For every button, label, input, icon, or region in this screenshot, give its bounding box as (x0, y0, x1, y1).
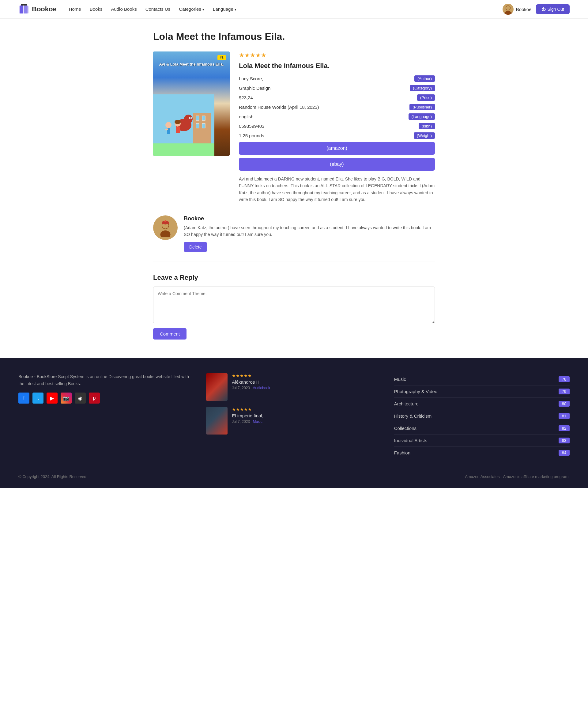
nav-audiobooks[interactable]: Audio Books (111, 6, 137, 11)
book-title-detail: Lola Meet the Infamous Eila. (239, 62, 435, 70)
svg-point-5 (505, 11, 512, 15)
footer-about-text: Bookoe - BookStore Script System is an o… (18, 373, 194, 387)
comment-input[interactable] (153, 286, 435, 323)
comment-text: (Adam Katz, the author) have seen throug… (184, 224, 435, 238)
cover-badge: #3 (217, 55, 226, 60)
footer-categories: Music 78 Photography & Video 79 Architec… (394, 373, 570, 459)
footer: Bookoe - BookStore Script System is an o… (0, 358, 588, 488)
nav-language[interactable]: Language ▾ (213, 6, 237, 11)
nav-home[interactable]: Home (69, 6, 81, 11)
svg-rect-2 (24, 5, 28, 14)
svg-rect-29 (162, 222, 169, 224)
svg-point-17 (190, 117, 191, 119)
category-collections[interactable]: Collections 82 (394, 422, 570, 434)
comment-username: Bookoe (184, 215, 435, 222)
nav-right: Bookoe ⏻ Sign Out (503, 4, 570, 15)
footer-about: Bookoe - BookStore Script System is an o… (18, 373, 194, 459)
reply-section: Leave a Reply Comment (153, 274, 435, 339)
svg-point-23 (175, 120, 181, 124)
book-detail: #3 Avi & Lola Meet the Infamous Eila. (153, 51, 435, 203)
delete-button[interactable]: Delete (184, 242, 207, 252)
footer-book-info-2: ★★★★★ El imperio final, Jul 7, 2023 Musi… (232, 407, 263, 424)
page-title: Lola Meet the Infamous Eila. (153, 31, 435, 42)
navbar: Bookoe Home Books Audio Books Contacts U… (0, 0, 588, 19)
svg-point-6 (506, 6, 510, 10)
meta-isbn: 0593599403 (Isbn) (239, 123, 435, 129)
comment-avatar (153, 215, 178, 240)
meta-author: Lucy Score, (Author) (239, 75, 435, 82)
svg-rect-1 (20, 5, 23, 14)
category-individual-artists[interactable]: Individual Artists 83 (394, 434, 570, 447)
signout-icon: ⏻ (541, 7, 546, 11)
categories-dropdown-arrow: ▾ (202, 8, 204, 11)
svg-rect-10 (196, 116, 199, 120)
comment-content: Bookoe (Adam Katz, the author) have seen… (184, 215, 435, 252)
language-dropdown-arrow: ▾ (235, 8, 237, 11)
svg-rect-11 (202, 116, 205, 120)
main-content: Lola Meet the Infamous Eila. #3 Avi & Lo… (147, 19, 441, 358)
footer-bottom: © Copyright 2024. All Rights Reserved Am… (18, 468, 570, 479)
brand-logo[interactable]: Bookoe (18, 4, 57, 15)
footer-book-item-2: ★★★★★ El imperio final, Jul 7, 2023 Musi… (206, 407, 382, 434)
category-photography[interactable]: Photography & Video 79 (394, 385, 570, 398)
svg-point-18 (165, 122, 172, 128)
footer-recent-books: ★★★★★ Aléxandros II Jul 7, 2023 Audioboo… (206, 373, 382, 459)
cover-title: Avi & Lola Meet the Infamous Eila. (159, 62, 224, 67)
meta-category: Graphic Design (Category) (239, 85, 435, 91)
copyright-text: © Copyright 2024. All Rights Reserved (18, 474, 87, 479)
nav-user: Bookoe (503, 4, 532, 15)
comment-button[interactable]: Comment (153, 328, 187, 339)
footer-book-item: ★★★★★ Aléxandros II Jul 7, 2023 Audioboo… (206, 373, 382, 401)
facebook-icon[interactable]: f (18, 393, 29, 404)
instagram-icon[interactable]: 📷 (60, 393, 72, 404)
svg-rect-13 (202, 123, 205, 128)
meta-weight: 1,25 pounds (Weight) (239, 133, 435, 139)
affiliate-text: Amazon Associates - Amazon's affiliate m… (465, 474, 570, 479)
book-thumbnail-1 (206, 373, 227, 401)
meta-price: $23,24 (Price) (239, 94, 435, 101)
nav-contacts[interactable]: Contacts Us (145, 6, 171, 11)
category-fashion[interactable]: Fashion 84 (394, 447, 570, 459)
svg-point-30 (165, 220, 166, 222)
github-icon[interactable]: ◉ (75, 393, 86, 404)
nav-links: Home Books Audio Books Contacts Us Categ… (69, 6, 503, 12)
svg-point-15 (184, 115, 193, 123)
comment-block: Bookoe (Adam Katz, the author) have seen… (153, 215, 435, 262)
svg-rect-8 (153, 143, 214, 156)
book-stars-1: ★★★★★ (232, 373, 270, 378)
footer-grid: Bookoe - BookStore Script System is an o… (18, 373, 570, 459)
meta-language: english (Language) (239, 113, 435, 120)
footer-book-info-1: ★★★★★ Aléxandros II Jul 7, 2023 Audioboo… (232, 373, 270, 390)
pinterest-icon[interactable]: p (89, 393, 100, 404)
category-music[interactable]: Music 78 (394, 373, 570, 385)
username-label: Bookoe (516, 7, 532, 12)
book-info: ★★★★★ Lola Meet the Infamous Eila. Lucy … (239, 51, 435, 203)
youtube-icon[interactable]: ▶ (47, 393, 57, 404)
svg-rect-22 (176, 126, 180, 133)
book-thumbnail-2 (206, 407, 227, 434)
svg-rect-3 (21, 4, 27, 5)
book-title-1: Aléxandros II (232, 379, 270, 384)
book-stars-2: ★★★★★ (232, 407, 263, 412)
category-architecture[interactable]: Architecture 80 (394, 398, 570, 410)
twitter-icon[interactable]: t (32, 393, 44, 404)
nav-categories[interactable]: Categories ▾ (179, 6, 204, 11)
avatar (503, 4, 514, 15)
book-title-2: El imperio final, (232, 413, 263, 418)
ebay-button[interactable]: (ebay) (239, 158, 435, 171)
book-description: Avi and Lola meet a DARING new student, … (239, 175, 435, 203)
brand-name: Bookoe (32, 5, 57, 13)
svg-rect-12 (196, 123, 199, 128)
signout-button[interactable]: ⏻ Sign Out (536, 4, 570, 14)
book-tag-1: Audiobook (253, 386, 270, 390)
amazon-button[interactable]: (amazon) (239, 142, 435, 155)
reply-title: Leave a Reply (153, 274, 435, 282)
book-tag-2: Music (253, 420, 262, 424)
category-history[interactable]: History & Criticism 81 (394, 410, 570, 422)
meta-publisher: Random House Worlds (April 18, 2023) (Pu… (239, 104, 435, 110)
social-icons: f t ▶ 📷 ◉ p (18, 393, 194, 404)
book-meta-2: Jul 7, 2023 Music (232, 420, 263, 424)
book-meta-1: Jul 7, 2023 Audiobook (232, 386, 270, 390)
book-stars: ★★★★★ (239, 51, 435, 59)
nav-books[interactable]: Books (90, 6, 103, 11)
